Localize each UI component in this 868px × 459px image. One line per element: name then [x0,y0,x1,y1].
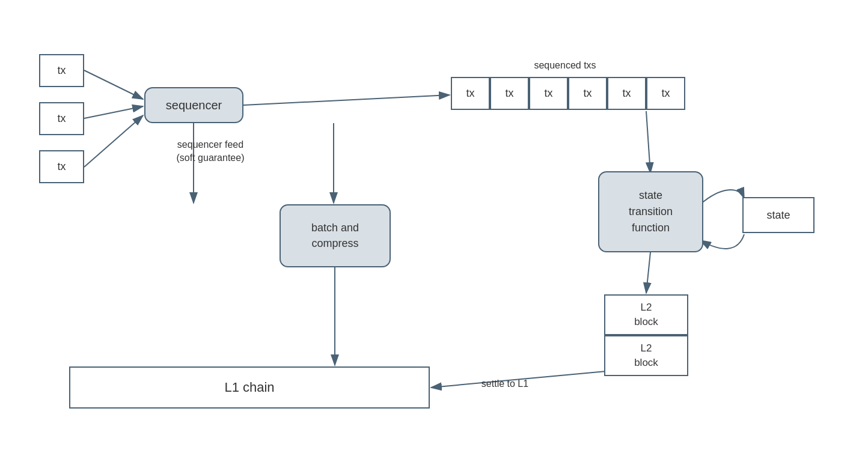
seq-tx1-box: tx [451,77,490,110]
seq-tx5-box: tx [607,77,646,110]
tx1-box: tx [39,54,84,87]
settle-to-l1-label: settle to L1 [463,378,547,389]
l1-chain-box: L1 chain [69,366,430,409]
diagram-container: tx tx tx sequencer sequencer feed(soft g… [0,0,868,459]
tx2-box: tx [39,102,84,135]
svg-line-7 [646,111,650,173]
svg-line-4 [243,95,450,105]
seq-tx3-box: tx [529,77,568,110]
l2-block1-box: L2block [604,294,688,335]
sequencer-feed-label: sequencer feed(soft guarantee) [162,138,258,165]
tx3-box: tx [39,150,84,183]
l2-block2-box: L2block [604,335,688,376]
svg-line-3 [84,115,143,167]
state-box: state [742,197,815,233]
seq-tx2-box: tx [490,77,529,110]
svg-line-1 [84,70,143,99]
state-transition-box: statetransitionfunction [598,171,703,252]
sequenced-txs-label: sequenced txs [505,60,625,71]
seq-tx4-box: tx [568,77,607,110]
svg-line-2 [84,106,143,118]
sequencer-box: sequencer [144,87,243,123]
svg-line-8 [646,252,650,293]
batch-compress-box: batch andcompress [280,204,391,267]
seq-tx6-box: tx [646,77,685,110]
